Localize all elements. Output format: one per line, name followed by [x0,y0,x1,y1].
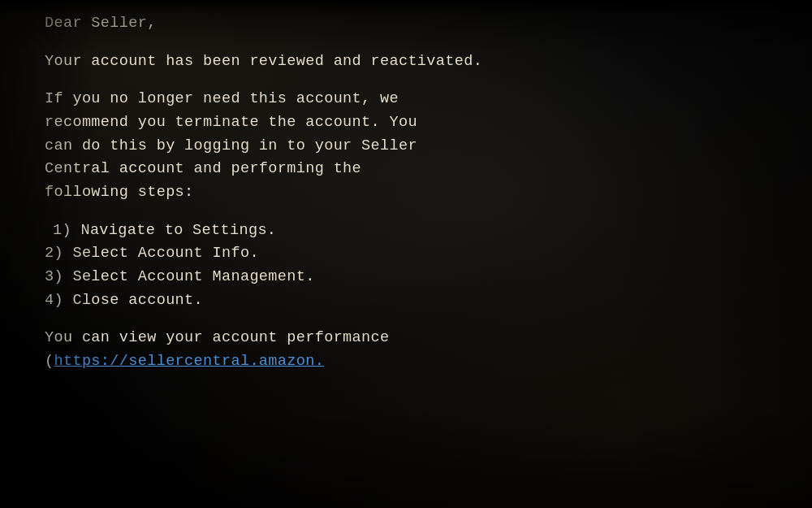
p3-line1: You can view your account performance [45,329,389,346]
step4-text: 4) Close account. [45,292,203,309]
salutation: Dear Seller, [45,8,780,36]
screen: Dear Seller, Your account has been revie… [0,0,812,508]
paragraph-terminate: If you no longer need this account, we r… [45,88,780,204]
amazon-link[interactable]: https://sellercentral.amazon. [54,353,324,370]
salutation-text: Dear Seller, [45,15,157,32]
p2-line1: If you no longer need this account, we [45,90,399,107]
p2-line5: following steps: [45,184,194,201]
step-4: 4) Close account. [45,289,780,313]
step1-text: 1) Navigate to Settings. [53,222,276,239]
step-2: 2) Select Account Info. [45,242,780,266]
email-content: Dear Seller, Your account has been revie… [0,0,812,508]
p2-line2: recommend you terminate the account. You [45,114,417,131]
step-3: 3) Select Account Management. [45,266,780,289]
paragraph-reactivated: Your account has been reviewed and react… [45,50,780,74]
step2-text: 2) Select Account Info. [45,245,259,262]
p2-line4: Central account and performing the [45,160,361,177]
steps-list: 1) Navigate to Settings. 2) Select Accou… [45,219,780,313]
paragraph1-text: Your account has been reviewed and react… [45,53,482,70]
paragraph-performance: You can view your account performance (h… [45,327,780,373]
step3-text: 3) Select Account Management. [45,268,315,285]
p2-line3: can do this by logging in to your Seller [45,137,417,154]
p3-line2: (https://sellercentral.amazon. [45,353,324,370]
step-1: 1) Navigate to Settings. [45,219,780,243]
